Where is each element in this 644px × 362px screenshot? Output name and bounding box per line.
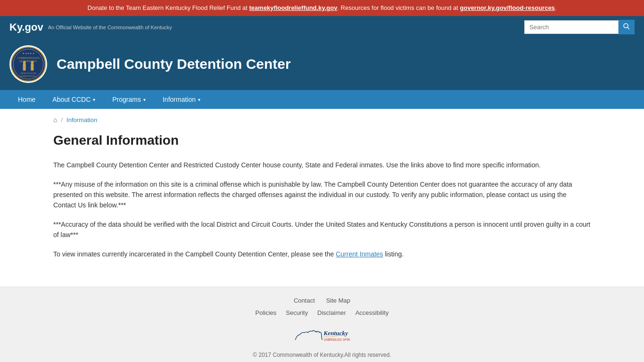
nav-about-label: About CCDC	[52, 96, 91, 103]
svg-point-0	[624, 24, 628, 28]
footer-policies-link[interactable]: Policies	[256, 309, 277, 316]
svg-rect-6	[23, 64, 26, 71]
search-icon	[623, 23, 630, 30]
top-bar-left: Ky.gov An Official Website of the Common…	[9, 21, 172, 33]
search-input[interactable]	[524, 20, 619, 34]
nav-information-arrow: ▾	[198, 97, 200, 102]
footer-accessibility-link[interactable]: Accessibility	[355, 309, 389, 316]
footer-links-primary: Contact Site Map	[9, 296, 635, 304]
svg-text:DIVIDED WE FALL: DIVIDED WE FALL	[21, 76, 36, 78]
current-inmates-link[interactable]: Current Inmates	[336, 250, 383, 258]
svg-text:OF KENTUCKY: OF KENTUCKY	[19, 60, 37, 63]
top-bar: Ky.gov An Official Website of the Common…	[0, 16, 644, 38]
breadcrumb-separator: /	[61, 116, 63, 123]
alert-text-end: .	[555, 4, 557, 11]
search-container	[524, 20, 635, 34]
para3: ***Accuracy of the data should be verifi…	[53, 219, 591, 240]
page-title: General Information	[53, 133, 591, 148]
svg-text:COMMONWEALTH: COMMONWEALTH	[17, 57, 40, 59]
main-nav: Home About CCDC ▾ Programs ▾ Information…	[0, 90, 644, 109]
kentucky-seal-icon: COMMONWEALTH OF KENTUCKY UNITED WE STAND…	[10, 46, 46, 82]
svg-point-9	[31, 61, 33, 64]
content-wrapper: ⌂ / Information General Information The …	[44, 109, 600, 287]
footer-logo: Kentucky UNBRIDLED SPIRIT © 2017 Commonw…	[9, 323, 635, 362]
para1: The Campbell County Detention Center and…	[53, 160, 591, 170]
kentucky-logo-svg: Kentucky UNBRIDLED SPIRIT	[294, 323, 350, 347]
svg-text:UNITED WE STAND: UNITED WE STAND	[20, 73, 36, 74]
nav-about[interactable]: About CCDC ▾	[44, 90, 104, 109]
site-footer: Contact Site Map Policies Security Discl…	[0, 287, 644, 362]
alert-link1[interactable]: teamekyfloodrelieffund.ky.gov	[249, 4, 338, 11]
alert-text-before: Donate to the Team Eastern Kentucky Floo…	[88, 4, 249, 11]
footer-copyright: © 2017 Commonwealth of Kentucky.All righ…	[253, 352, 391, 358]
nav-about-arrow: ▾	[93, 97, 95, 102]
footer-contact-link[interactable]: Contact	[294, 297, 315, 304]
site-title: Campbell County Detention Center	[57, 56, 291, 72]
nav-programs-arrow: ▾	[143, 97, 146, 102]
body-content: The Campbell County Detention Center and…	[53, 160, 591, 259]
footer-links-secondary: Policies Security Disclaimer Accessibili…	[9, 309, 635, 316]
search-button[interactable]	[619, 20, 635, 34]
para2: ***Any misuse of the information on this…	[53, 179, 591, 211]
svg-point-7	[23, 61, 26, 64]
para4: To view inmates currently incarcerated i…	[53, 249, 591, 259]
svg-rect-8	[31, 64, 33, 71]
svg-text:★ ★ ★ ★ ★: ★ ★ ★ ★ ★	[22, 52, 34, 55]
footer-security-link[interactable]: Security	[286, 309, 308, 316]
nav-programs[interactable]: Programs ▾	[104, 90, 154, 109]
nav-information-label: Information	[163, 96, 196, 103]
site-header: COMMONWEALTH OF KENTUCKY UNITED WE STAND…	[0, 38, 644, 90]
nav-home[interactable]: Home	[9, 90, 44, 109]
para4-after: listing.	[383, 250, 404, 258]
para4-before: To view inmates currently incarcerated i…	[53, 250, 336, 258]
svg-line-1	[627, 27, 629, 29]
footer-disclaimer-link[interactable]: Disclaimer	[317, 309, 346, 316]
svg-text:UNBRIDLED SPIRIT: UNBRIDLED SPIRIT	[323, 338, 350, 341]
ky-gov-logo: Ky.gov	[9, 21, 43, 33]
nav-programs-label: Programs	[112, 96, 141, 103]
nav-home-label: Home	[18, 96, 35, 103]
breadcrumb: ⌂ / Information	[53, 116, 591, 123]
nav-information[interactable]: Information ▾	[154, 90, 209, 109]
home-icon: ⌂	[53, 116, 57, 123]
footer-sitemap-link[interactable]: Site Map	[326, 297, 350, 304]
breadcrumb-link[interactable]: Information	[66, 116, 97, 123]
site-logo: COMMONWEALTH OF KENTUCKY UNITED WE STAND…	[9, 45, 47, 83]
alert-link2[interactable]: governor.ky.gov/flood-resources	[460, 4, 555, 11]
ky-gov-subtitle: An Official Website of the Commonwealth …	[48, 25, 172, 30]
alert-text-middle: . Resources for flood victims can be fou…	[337, 4, 460, 11]
alert-banner: Donate to the Team Eastern Kentucky Floo…	[0, 0, 644, 16]
